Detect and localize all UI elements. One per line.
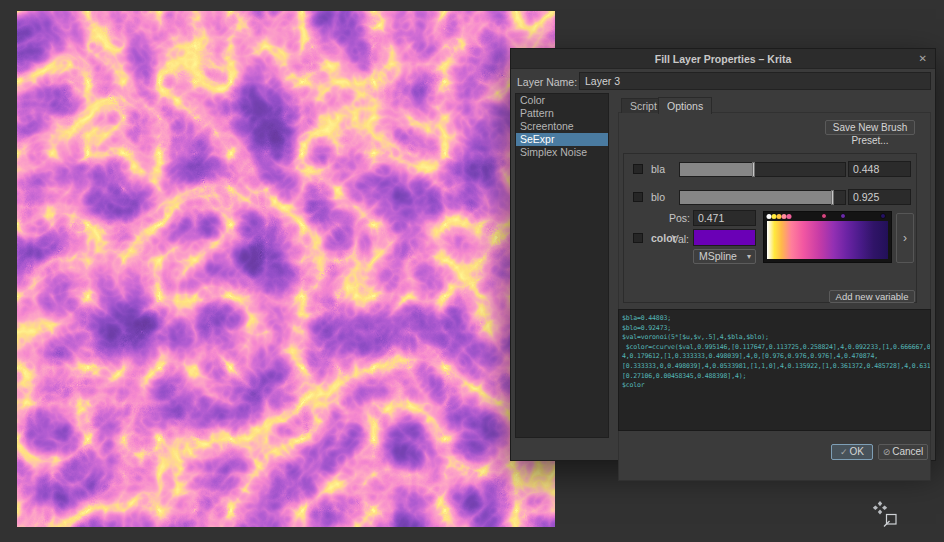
blo-checkbox[interactable] [633, 192, 643, 202]
blo-label: blo [651, 191, 665, 203]
canvas-image[interactable] [17, 11, 555, 527]
tab-options[interactable]: Options [658, 97, 712, 114]
layer-name-label: Layer Name: [517, 76, 577, 88]
val-label: Val: [669, 233, 689, 245]
cancel-button[interactable]: ⊘Cancel [878, 444, 928, 460]
bla-value-field[interactable]: 0.448 [848, 161, 911, 177]
val-color-swatch[interactable] [693, 229, 756, 246]
list-item-pattern[interactable]: Pattern [516, 107, 608, 120]
check-icon: ✓ [840, 447, 848, 457]
bla-slider-fill [680, 163, 754, 176]
gradient-editor[interactable] [763, 211, 892, 263]
list-item-screentone[interactable]: Screentone [516, 120, 608, 133]
bla-checkbox[interactable] [633, 164, 643, 174]
blo-value-field[interactable]: 0.925 [848, 189, 911, 205]
save-new-brush-preset-button[interactable]: Save New Brush Preset... [825, 120, 915, 135]
gradient-stop-marker[interactable] [786, 214, 791, 219]
layer-name-input[interactable]: Layer 3 [579, 72, 931, 90]
fill-layer-properties-dialog: Fill Layer Properties – Krita ✕ Layer Na… [510, 48, 936, 461]
gradient-stop-marker[interactable] [840, 213, 846, 219]
ok-button-label: OK [850, 446, 864, 457]
interpolation-value: MSpline [699, 250, 737, 262]
bla-slider-handle[interactable] [752, 162, 755, 177]
script-preview-box[interactable]: $bla=0.44803; $blo=0.92473; $val=voronoi… [618, 309, 931, 431]
gradient-next-button[interactable]: › [896, 213, 914, 263]
bla-slider[interactable] [679, 162, 846, 177]
blo-slider-handle[interactable] [831, 190, 834, 205]
pos-label: Pos: [669, 212, 689, 224]
gradient-stop-marker[interactable] [880, 213, 886, 219]
list-item-simplex-noise[interactable]: Simplex Noise [516, 146, 608, 159]
gradient-stop-marker[interactable] [821, 213, 827, 219]
chevron-down-icon: ▾ [747, 250, 751, 263]
script-text: $bla=0.44803; $blo=0.92473; $val=voronoi… [619, 310, 930, 395]
dialog-titlebar[interactable]: Fill Layer Properties – Krita ✕ [511, 49, 935, 69]
blo-slider-fill [680, 191, 833, 204]
gradient-stop-strip[interactable] [767, 213, 888, 220]
generator-type-list: Color Pattern Screentone SeExpr Simplex … [515, 93, 609, 438]
blo-slider[interactable] [679, 190, 846, 205]
close-icon[interactable]: ✕ [919, 53, 927, 64]
list-item-color[interactable]: Color [516, 94, 608, 107]
add-new-variable-button[interactable]: Add new variable [829, 290, 915, 303]
transform-tool-cursor-icon [872, 500, 902, 530]
color-checkbox[interactable] [633, 233, 643, 243]
interpolation-dropdown[interactable]: MSpline ▾ [693, 249, 756, 264]
cancel-button-label: Cancel [892, 446, 923, 457]
cancel-slash-icon: ⊘ [883, 447, 891, 457]
list-item-seexpr[interactable]: SeExpr [516, 133, 608, 146]
krita-app-window: Fill Layer Properties – Krita ✕ Layer Na… [0, 0, 944, 542]
ok-button[interactable]: ✓OK [831, 444, 873, 460]
dialog-title: Fill Layer Properties – Krita [511, 53, 935, 65]
seexpr-noise-preview [17, 11, 555, 527]
bla-label: bla [651, 163, 665, 175]
gradient-preview [767, 221, 888, 259]
pos-value-field[interactable]: 0.471 [693, 210, 756, 226]
